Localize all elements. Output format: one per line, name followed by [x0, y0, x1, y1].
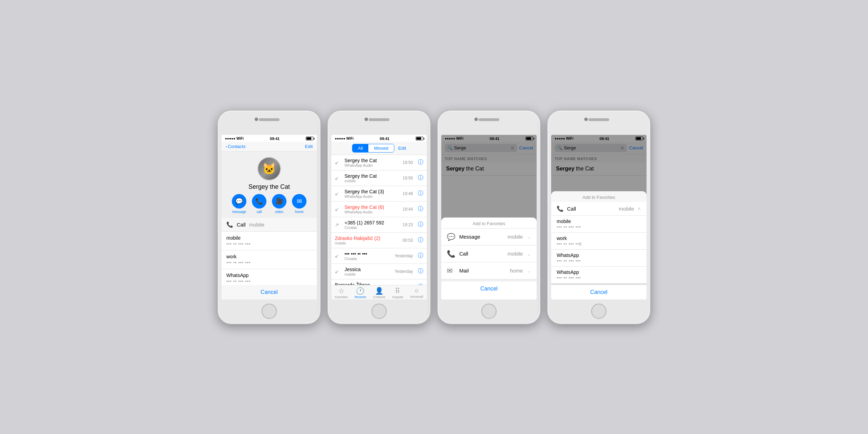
segment-all[interactable]: All — [352, 144, 368, 152]
wifi-icon-2: WiFi — [346, 137, 353, 140]
tab-contacts[interactable]: 👤 Contacts — [373, 287, 386, 299]
recent-time-3: 19:44 — [403, 207, 413, 212]
recent-name-8: Bernarda Žibreg — [335, 282, 392, 285]
camera-3 — [474, 118, 478, 121]
mail-row-arrow: ⌄ — [527, 268, 531, 274]
back-button-1[interactable]: ‹ Contacts — [226, 144, 246, 149]
recent-info-btn-0[interactable]: ⓘ — [418, 159, 423, 166]
recent-sub-1: mobile — [345, 179, 400, 183]
message-action[interactable]: 💬 message — [232, 194, 246, 214]
recent-info-btn-6[interactable]: ⓘ — [418, 252, 423, 259]
message-row-arrow: ⌄ — [527, 234, 531, 240]
recent-name-7: Jessica — [345, 267, 392, 272]
home-button-3[interactable] — [481, 304, 497, 319]
call-header-type: mobile — [249, 222, 264, 228]
fav-option-mobile[interactable]: mobile ••• •• ••• ••• — [551, 216, 647, 233]
fav-header-arrow: ∧ — [638, 206, 641, 211]
tab-keypad[interactable]: ⠿ Keypad — [393, 287, 403, 299]
fav-option-work[interactable]: work ••• •• ••• ••6 — [551, 233, 647, 250]
action-sheet-call[interactable]: 📞 Call mobile ⌄ — [441, 246, 537, 262]
recent-item-6[interactable]: ↙ ••• ••• •• ••• Croatia Yesterday ⓘ — [331, 248, 427, 264]
call-action[interactable]: 📞 call — [252, 194, 266, 214]
recent-item-4[interactable]: ↗ +385 (1) 2657 592 Croatia 19:23 ⓘ — [331, 217, 427, 233]
recent-info-btn-4[interactable]: ⓘ — [418, 221, 423, 228]
battery-1 — [306, 137, 313, 140]
video-icon: 🎥 — [272, 194, 286, 209]
call-option-mobile[interactable]: mobile ••• •• ••• ••• — [221, 232, 317, 250]
mail-row-text: Mail — [459, 268, 506, 274]
status-right-1 — [306, 137, 313, 140]
segment-missed[interactable]: Missed — [368, 144, 394, 152]
home-button-4[interactable] — [591, 304, 606, 319]
recent-sub-7: mobile — [345, 272, 392, 276]
recent-item-5[interactable]: Zdravko Rakijašić (2) mobile 00:53 ⓘ — [331, 233, 427, 248]
call-option-header[interactable]: 📞 Call mobile — [221, 218, 317, 232]
home-button-1[interactable] — [262, 304, 277, 319]
recents-header: All Missed Edit — [331, 142, 427, 155]
recent-info-btn-7[interactable]: ⓘ — [418, 268, 423, 275]
add-fav-header-row-4[interactable]: 📞 Call mobile ∧ — [551, 202, 647, 216]
add-fav-cancel-4[interactable]: Cancel — [551, 284, 647, 299]
call-arrow-icon-2: ↙ — [335, 191, 342, 196]
phone-1: ●●●●● WiFi 09:41 ‹ Contacts Edit 🐱 — [217, 110, 321, 324]
action-sheet-mail[interactable]: ✉ Mail home ⌄ — [441, 262, 537, 279]
recents-edit[interactable]: Edit — [398, 146, 406, 151]
wifi-icon-1: WiFi — [236, 137, 244, 140]
signal-1: ●●●●● — [225, 137, 235, 140]
recent-item-0[interactable]: ↙ Sergey the Cat WhatsApp Audio 19:50 ⓘ — [331, 155, 427, 170]
recent-item-8[interactable]: Bernarda Žibreg mobile Yesterday ⓘ — [331, 279, 427, 285]
recent-name-0: Sergey the Cat — [345, 158, 400, 163]
recent-info-btn-1[interactable]: ⓘ — [418, 174, 423, 182]
message-label: message — [232, 210, 246, 214]
call-icon: 📞 — [252, 194, 266, 209]
status-bar-1: ●●●●● WiFi 09:41 — [221, 135, 317, 142]
time-2: 09:41 — [380, 137, 389, 141]
camera-4 — [584, 118, 588, 121]
segment-control[interactable]: All Missed — [352, 144, 394, 153]
call-option-whatsapp-1[interactable]: WhatsApp ••• •• ••• ••• — [221, 269, 317, 285]
tab-favorites[interactable]: ☆ Favorites — [335, 287, 348, 299]
call-label: call — [256, 210, 262, 214]
call-arrow-icon-1: ↙ — [335, 175, 342, 181]
action-sheet-3: Add to Favorites 💬 Message mobile ⌄ 📞 Ca… — [441, 218, 537, 299]
recent-item-1[interactable]: ↙ Sergey the Cat mobile 19:50 ⓘ — [331, 170, 427, 186]
phone-3-screen: ●●●●● WiFi 09:41 🔍 Serge ✕ Cancel — [441, 135, 537, 299]
recent-info-btn-5[interactable]: ⓘ — [418, 237, 423, 244]
phone-2-screen: ●●●●● WiFi 09:41 All Missed Edit — [331, 135, 427, 299]
recent-sub-0: WhatsApp Audio — [345, 163, 400, 167]
recent-time-0: 19:50 — [403, 160, 413, 165]
speaker-4 — [588, 118, 609, 121]
call-option-work[interactable]: work ••• •• ••• ••• — [221, 250, 317, 269]
mail-row-type: home — [510, 268, 523, 274]
call-row-text: Call — [459, 251, 503, 257]
battery-2 — [416, 137, 423, 140]
home-action[interactable]: ✉ home — [292, 194, 306, 214]
call-row-icon: 📞 — [447, 250, 455, 258]
tab-recents[interactable]: 🕐 Recents — [355, 287, 366, 299]
nav-edit-1[interactable]: Edit — [305, 144, 313, 149]
recent-info-btn-2[interactable]: ⓘ — [418, 190, 423, 197]
fav-option-whatsapp-2[interactable]: WhatsApp ••• •• ••• ••• — [551, 267, 647, 284]
recent-item-3[interactable]: ↙ Sergey the Cat (6) WhatsApp Audio 19:4… — [331, 202, 427, 217]
cancel-button-1[interactable]: Cancel — [261, 289, 278, 295]
overlay-4: Add to Favorites 📞 Call mobile ∧ mobile … — [551, 135, 647, 299]
recent-info-btn-3[interactable]: ⓘ — [418, 205, 423, 213]
recent-time-6: Yesterday — [395, 253, 413, 258]
action-sheet-title-3: Add to Favorites — [441, 218, 537, 229]
recent-item-2[interactable]: ↙ Sergey the Cat (3) WhatsApp Audio 19:4… — [331, 186, 427, 202]
speaker-1 — [259, 118, 280, 121]
cat-avatar-image: 🐱 — [258, 158, 280, 180]
tab-voicemail[interactable]: ○ Voicemail — [410, 287, 423, 298]
contact-actions: 💬 message 📞 call 🎥 video ✉ home — [232, 194, 306, 214]
camera-1 — [255, 118, 258, 121]
recent-item-7[interactable]: ↙ Jessica mobile Yesterday ⓘ — [331, 264, 427, 279]
home-button-2[interactable] — [371, 304, 387, 319]
recent-name-5: Zdravko Rakijašić (2) — [335, 236, 400, 241]
action-sheet-cancel-3[interactable]: Cancel — [441, 279, 537, 296]
video-action[interactable]: 🎥 video — [272, 194, 286, 214]
phone-1-screen: ●●●●● WiFi 09:41 ‹ Contacts Edit 🐱 — [221, 135, 317, 299]
recent-name-4: +385 (1) 2657 592 — [345, 220, 400, 225]
fav-option-whatsapp-1[interactable]: WhatsApp ••• •• ••• ••• — [551, 250, 647, 267]
nav-bar-1: ‹ Contacts Edit — [221, 142, 317, 151]
action-sheet-message[interactable]: 💬 Message mobile ⌄ — [441, 229, 537, 246]
